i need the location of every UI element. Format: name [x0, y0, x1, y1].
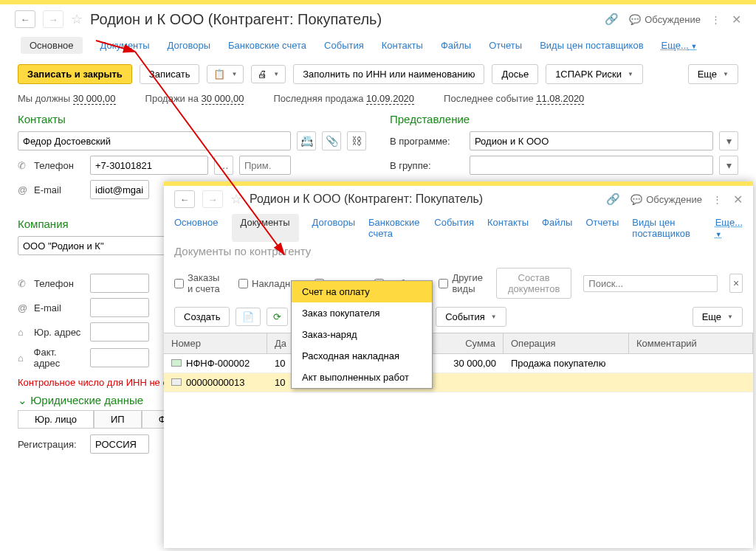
program-dd[interactable]: ▾ — [719, 131, 738, 150]
unlink-btn[interactable]: ⛓ — [347, 131, 366, 150]
tab-contracts[interactable]: Договоры — [168, 37, 210, 54]
company-email-label: @E-mail — [18, 302, 84, 313]
tab-contracts[interactable]: Договоры — [312, 214, 355, 242]
tab-contacts[interactable]: Контакты — [487, 214, 529, 242]
create-button[interactable]: Создать — [174, 307, 230, 327]
group-dd[interactable]: ▾ — [719, 156, 738, 175]
copy-doc-button[interactable]: 📄 — [236, 308, 261, 326]
back-button[interactable]: ← — [15, 10, 35, 28]
last-event-link[interactable]: 11.08.2020 — [536, 93, 584, 105]
phone-label: ✆Телефон — [18, 160, 84, 171]
filter-other[interactable]: Другие виды — [439, 272, 484, 294]
filter-orders[interactable]: Заказы и счета — [174, 272, 227, 294]
owe-link[interactable]: 30 000,00 — [73, 93, 116, 105]
refresh-button[interactable]: ⟳ — [267, 308, 288, 326]
fact-addr-input[interactable] — [90, 348, 149, 367]
tab-bank[interactable]: Банковские счета — [368, 214, 421, 242]
tab-more[interactable]: Еще... — [662, 37, 698, 54]
email-icon: @ — [18, 184, 30, 195]
tab-main[interactable]: Основное — [21, 37, 83, 54]
discuss-button[interactable]: 💬Обсуждение — [630, 194, 702, 205]
sales-link[interactable]: 30 000,00 — [202, 93, 244, 105]
dropdown-item-work-order[interactable]: Заказ-наряд — [292, 324, 432, 345]
more-menu-icon[interactable]: ⋮ — [712, 194, 723, 205]
tab-files[interactable]: Файлы — [441, 37, 471, 54]
w2-header: ← → ☆ Родион и К ООО (Контрагент: Покупа… — [164, 186, 753, 212]
events-button[interactable]: События — [436, 307, 506, 327]
attach-btn[interactable]: 📎 — [322, 131, 341, 150]
summary: Мы должны 30 000,00 Продажи на 30 000,00… — [0, 89, 756, 113]
dropdown-item-invoice[interactable]: Счет на оплату — [292, 281, 432, 302]
dropdown-item-expense[interactable]: Расходная накладная — [292, 345, 432, 367]
legal-addr-label: ⌂Юр. адрес — [18, 327, 84, 338]
tab-bank[interactable]: Банковские счета — [228, 37, 306, 54]
spark-button[interactable]: 1СПАРК Риски — [546, 64, 643, 84]
contact-assign-btn[interactable]: 📇 — [297, 131, 316, 150]
th-number[interactable]: Номер — [164, 333, 267, 353]
th-operation[interactable]: Операция — [504, 333, 629, 353]
tab-documents[interactable]: Документы — [232, 214, 299, 242]
tab-prices[interactable]: Виды цен поставщиков — [632, 214, 701, 242]
company-phone-input[interactable] — [90, 274, 149, 293]
copy-button[interactable]: 📋 — [207, 65, 244, 83]
tab-contacts[interactable]: Контакты — [382, 37, 423, 54]
fact-addr-label: ⌂Факт. адрес — [18, 347, 84, 369]
company-email-input[interactable] — [90, 298, 149, 317]
dossier-button[interactable]: Досье — [492, 64, 538, 84]
fill-inn-button[interactable]: Заполнить по ИНН или наименованию — [293, 64, 484, 84]
tab-events[interactable]: События — [434, 214, 474, 242]
tab-reports[interactable]: Отчеты — [489, 37, 522, 54]
contact-name-input[interactable] — [18, 131, 291, 150]
more-menu-icon[interactable]: ⋮ — [711, 14, 721, 25]
more-button[interactable]: Еще — [693, 307, 743, 327]
tab-more[interactable]: Еще... — [715, 214, 743, 242]
in-group-input[interactable] — [470, 156, 713, 175]
forward-button[interactable]: → — [43, 10, 63, 28]
tab-main[interactable]: Основное — [174, 214, 219, 242]
save-button[interactable]: Записать — [140, 64, 200, 84]
table-row[interactable]: НФНФ-000002 10 30 000,00 Продажа покупат… — [164, 354, 753, 373]
favorite-icon[interactable]: ☆ — [71, 11, 83, 27]
save-close-button[interactable]: Записать и закрыть — [18, 64, 132, 84]
summary-sales: Продажи на 30 000,00 — [145, 93, 244, 104]
print-button[interactable]: 🖨 — [251, 65, 286, 83]
reg-input[interactable] — [90, 434, 149, 454]
last-sale-link[interactable]: 10.09.2020 — [366, 93, 414, 105]
tab-documents[interactable]: Документы — [100, 37, 150, 54]
back-button[interactable]: ← — [174, 190, 195, 208]
in-group-label: В группе: — [390, 160, 464, 171]
phone-note-input[interactable] — [239, 156, 291, 175]
link-icon[interactable]: 🔗 — [605, 13, 619, 26]
tab-reports[interactable]: Отчеты — [585, 214, 619, 242]
in-program-input[interactable] — [470, 131, 713, 150]
close-icon[interactable]: ✕ — [732, 13, 741, 27]
legal-tab-ip[interactable]: ИП — [94, 411, 142, 429]
phone-more[interactable]: … — [214, 156, 233, 175]
dropdown-item-order[interactable]: Заказ покупателя — [292, 302, 432, 324]
w2-tabs: Основное Документы Договоры Банковские с… — [164, 212, 753, 242]
legal-tab-jur[interactable]: Юр. лицо — [18, 411, 94, 429]
forward-button[interactable]: → — [202, 190, 223, 208]
table-row[interactable]: 00000000013 10 — [164, 373, 753, 392]
legal-addr-input[interactable] — [90, 322, 149, 342]
tab-files[interactable]: Файлы — [542, 214, 572, 242]
tab-prices[interactable]: Виды цен поставщиков — [540, 37, 643, 54]
search-input[interactable] — [583, 275, 718, 292]
clear-search[interactable]: × — [729, 274, 743, 293]
close-icon[interactable]: ✕ — [733, 193, 743, 207]
doc-icon — [171, 378, 182, 386]
favorite-icon[interactable]: ☆ — [230, 191, 242, 207]
tab-events[interactable]: События — [324, 37, 364, 54]
composition-button[interactable]: Состав документов — [496, 268, 571, 299]
home-icon: ⌂ — [18, 353, 30, 364]
dropdown-item-act[interactable]: Акт выполненных работ — [292, 367, 432, 388]
link-icon[interactable]: 🔗 — [606, 193, 620, 206]
email-input[interactable] — [90, 180, 149, 199]
more-button[interactable]: Еще — [688, 64, 738, 84]
phone-input[interactable] — [90, 156, 208, 175]
discuss-button[interactable]: 💬Обсуждение — [629, 14, 701, 25]
documents-table: Номер Да Сумма Операция Комментарий НФНФ… — [164, 333, 753, 392]
filter-row: Заказы и счета Накладные Оплаты События … — [164, 265, 753, 305]
summary-owe: Мы должны 30 000,00 — [18, 93, 116, 104]
th-comment[interactable]: Комментарий — [629, 333, 753, 353]
